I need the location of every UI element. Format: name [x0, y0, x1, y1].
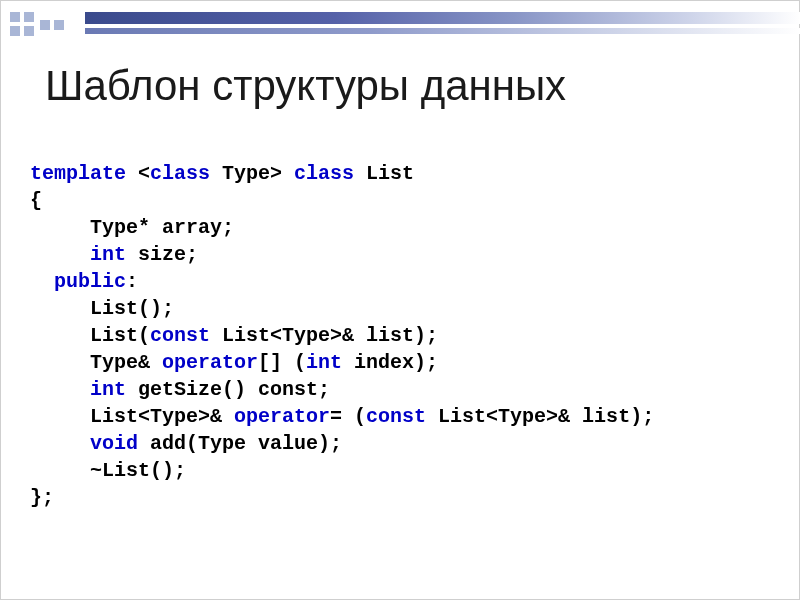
decor-bar-bottom	[85, 28, 800, 34]
code-text: Type&	[30, 351, 162, 374]
decor-square	[24, 26, 34, 36]
kw-void: void	[90, 432, 138, 455]
code-block: template <class Type> class List { Type*…	[30, 160, 654, 511]
code-text: [] (	[258, 351, 306, 374]
code-text: List	[354, 162, 414, 185]
code-text: };	[30, 486, 54, 509]
code-text: Type* array;	[30, 216, 234, 239]
decor-square	[10, 26, 20, 36]
decor-square	[40, 20, 50, 30]
decor-square	[24, 12, 34, 22]
decor-square	[54, 20, 64, 30]
code-text	[30, 243, 90, 266]
code-text: size;	[126, 243, 198, 266]
code-text: getSize() const;	[126, 378, 330, 401]
code-text	[30, 270, 54, 293]
kw-const: const	[150, 324, 210, 347]
code-text: List<Type>&	[30, 405, 234, 428]
kw-operator: operator	[162, 351, 258, 374]
code-text: {	[30, 189, 42, 212]
kw-int: int	[306, 351, 342, 374]
kw-int: int	[90, 378, 126, 401]
kw-class: class	[150, 162, 210, 185]
kw-operator: operator	[234, 405, 330, 428]
kw-int: int	[90, 243, 126, 266]
code-text	[30, 432, 90, 455]
slide: Шаблон структуры данных template <class …	[0, 0, 800, 600]
code-text: = (	[330, 405, 366, 428]
kw-class: class	[294, 162, 354, 185]
code-text: :	[126, 270, 138, 293]
kw-public: public	[54, 270, 126, 293]
code-text: Type>	[210, 162, 294, 185]
code-text: List<Type>& list);	[426, 405, 654, 428]
decor-squares	[10, 12, 70, 40]
code-text: List();	[30, 297, 174, 320]
code-text: List(	[30, 324, 150, 347]
code-text: add(Type value);	[138, 432, 342, 455]
code-text: <	[126, 162, 150, 185]
code-text: List<Type>& list);	[210, 324, 438, 347]
code-text: index);	[342, 351, 438, 374]
kw-template: template	[30, 162, 126, 185]
kw-const: const	[366, 405, 426, 428]
decor-bar-top	[85, 12, 800, 24]
slide-title: Шаблон структуры данных	[45, 62, 566, 110]
code-text: ~List();	[30, 459, 186, 482]
code-text	[30, 378, 90, 401]
decor-square	[10, 12, 20, 22]
